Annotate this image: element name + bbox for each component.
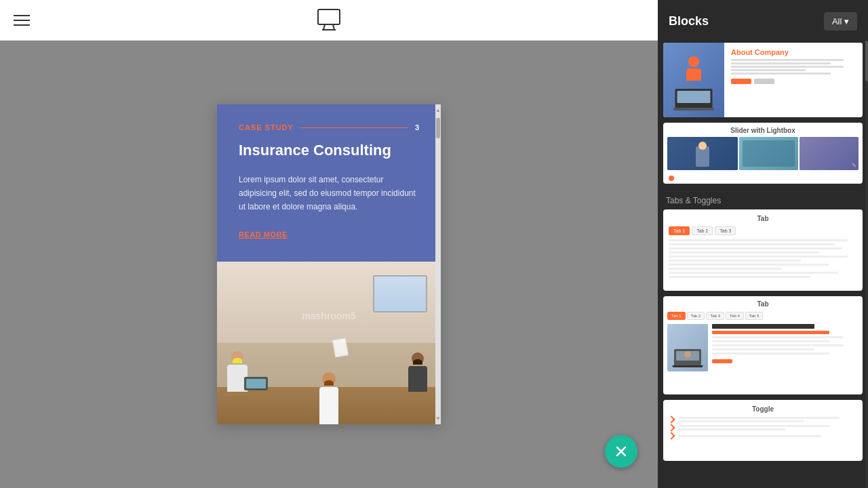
tab-1-preview: Tab Tab 1 Tab 2 Tab 3	[663, 209, 863, 291]
tab-1-label: Tab	[669, 215, 857, 222]
svg-rect-0	[318, 9, 340, 24]
read-more-link[interactable]: READ MORE	[239, 230, 288, 239]
svg-line-2	[333, 24, 334, 30]
slider-img-1	[667, 137, 738, 170]
case-study-body: Lorem ipsum dolor sit amet, consectetur …	[239, 173, 419, 214]
about-buttons	[731, 79, 856, 84]
tab-2-label: Tab	[667, 300, 859, 308]
laptop-scene	[663, 43, 724, 117]
window-decoration	[373, 275, 427, 312]
preview-card: ▲ ▼ CASE STUDY 3 Insurance Consulting Lo…	[217, 104, 441, 424]
svg-line-1	[323, 24, 325, 30]
toggle-arrow-3	[667, 432, 675, 439]
tab-2-content	[667, 324, 859, 371]
sidebar-title: Blocks	[669, 14, 709, 28]
case-study-header: CASE STUDY 3	[239, 123, 419, 131]
about-body-lines	[731, 59, 856, 75]
toggle-arrow-2	[667, 424, 675, 431]
tab2-line-2	[712, 340, 829, 342]
toggle-label: Toggle	[669, 405, 857, 413]
tab-btn-3: Tab 3	[715, 226, 736, 235]
slider-nav-dot	[669, 176, 674, 181]
sidebar-scrollbar-thumb	[865, 41, 868, 81]
tab-2-text	[712, 324, 859, 371]
tab2-btn-2: Tab 2	[687, 312, 705, 320]
person-3	[408, 352, 427, 392]
toggle-lines-2	[678, 425, 857, 430]
slider-label: Slider with Lightbox	[663, 123, 863, 137]
tab-btn-2: Tab 2	[692, 226, 713, 235]
preview-scrollbar[interactable]: ▲ ▼	[435, 104, 441, 424]
toggle-item-1	[669, 417, 857, 422]
line-5	[731, 73, 831, 75]
tab2-line-1	[712, 336, 844, 338]
case-study-number: 3	[415, 123, 419, 131]
tab-btn-1: Tab 1	[669, 226, 690, 235]
tab-content-line-8	[669, 268, 782, 270]
toggle-items	[669, 417, 857, 439]
tabs-toggles-section-label: Tabs & Toggles	[663, 189, 863, 209]
sidebar-header: Blocks All ▾	[658, 0, 868, 43]
tab2-btn-3: Tab 3	[706, 312, 724, 320]
tab2-btn-1: Tab 1	[667, 312, 686, 320]
slider-images: ⤡	[663, 137, 863, 174]
tab-content-line-5	[669, 256, 848, 258]
about-img-area	[663, 43, 724, 117]
toggle-lines-3	[678, 435, 857, 437]
person-presenter	[319, 372, 338, 424]
close-button[interactable]	[605, 435, 637, 468]
tab-content-line-2	[669, 243, 835, 245]
toolbar	[0, 0, 658, 41]
slider-lightbox-preview: Slider with Lightbox	[663, 123, 863, 184]
about-company-preview: About Company	[663, 43, 863, 117]
person-icon-about	[686, 56, 701, 81]
blocks-list[interactable]: About Company Slid	[658, 43, 868, 488]
tab2-btn-5: Tab 5	[745, 312, 764, 320]
hamburger-menu[interactable]	[14, 15, 30, 26]
tab-block-1[interactable]: Tab Tab 1 Tab 2 Tab 3	[663, 209, 863, 291]
line-4	[731, 69, 806, 71]
case-study-divider	[300, 127, 408, 128]
tab-2-preview: Tab Tab 1 Tab 2 Tab 3 Tab 4 Tab 5	[663, 296, 863, 394]
main-canvas: ▲ ▼ CASE STUDY 3 Insurance Consulting Lo…	[0, 0, 658, 488]
all-filter-button[interactable]: All ▾	[824, 12, 857, 30]
tab-content-line-3	[669, 247, 842, 249]
tab-content-line-7	[669, 264, 829, 266]
tab-2-buttons: Tab 1 Tab 2 Tab 3 Tab 4 Tab 5	[667, 312, 859, 320]
tab2-cta-btn	[712, 359, 732, 363]
slider-lightbox-block[interactable]: Slider with Lightbox	[663, 123, 863, 184]
toggle-item-3	[669, 433, 857, 439]
tab-block-2[interactable]: Tab Tab 1 Tab 2 Tab 3 Tab 4 Tab 5	[663, 296, 863, 394]
tab-content-line-6	[669, 260, 801, 262]
tab-content-line-4	[669, 251, 819, 253]
tab2-line-3	[712, 344, 844, 346]
toggle-block[interactable]: Toggle	[663, 400, 863, 461]
about-content-area: About Company	[724, 43, 863, 117]
tab2-line-4	[712, 348, 814, 350]
tab2-title	[712, 324, 814, 329]
case-study-section: CASE STUDY 3 Insurance Consulting Lorem …	[217, 104, 441, 262]
about-company-title: About Company	[731, 48, 856, 56]
about-btn-2	[754, 79, 774, 84]
tab2-btn-4: Tab 4	[726, 312, 744, 320]
tab-1-content	[669, 239, 857, 278]
tab-content-line-9	[669, 272, 838, 274]
line-1	[731, 59, 844, 61]
about-company-block[interactable]: About Company	[663, 43, 863, 117]
slider-img-2	[739, 137, 798, 170]
laptop-on-table	[244, 377, 268, 392]
case-study-label: CASE STUDY	[239, 123, 294, 131]
blocks-sidebar: Blocks All ▾	[658, 0, 868, 488]
slider-img-3: ⤡	[800, 137, 859, 170]
monitor-icon	[315, 5, 342, 35]
toggle-lines-1	[678, 417, 857, 422]
sidebar-scrollbar[interactable]	[865, 41, 868, 488]
tab2-subtitle	[712, 331, 829, 334]
paper-document	[332, 338, 348, 357]
tab-content-line-10	[669, 276, 810, 278]
toggle-item-2	[669, 425, 857, 430]
line-3	[731, 66, 844, 68]
about-btn-1	[731, 79, 751, 84]
company-watermark: mashroom5	[302, 310, 355, 321]
case-study-title: Insurance Consulting	[239, 141, 419, 161]
